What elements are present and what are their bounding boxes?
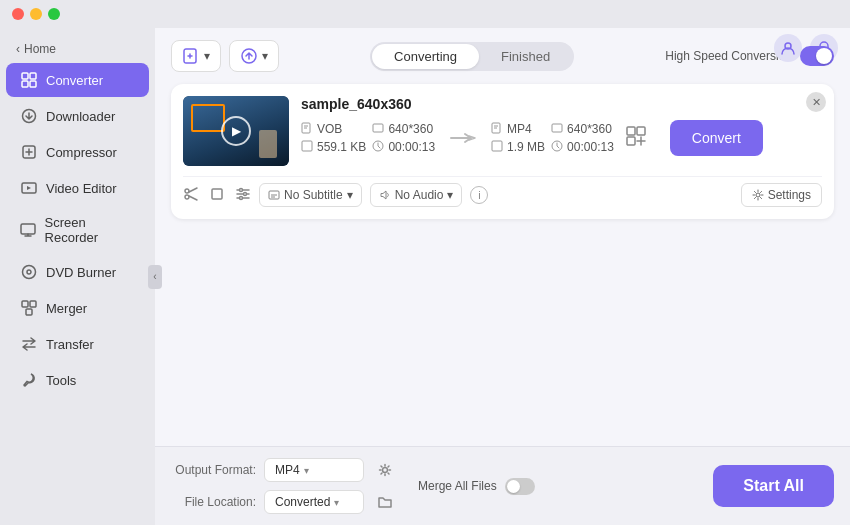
- convert-options-button[interactable]: ▾: [229, 40, 279, 72]
- sidebar-item-label-dvd-burner: DVD Burner: [46, 265, 116, 280]
- target-format-row: MP4: [491, 122, 545, 136]
- sidebar-item-transfer[interactable]: Transfer: [6, 327, 149, 361]
- sidebar-item-converter[interactable]: Converter: [6, 63, 149, 97]
- convert-dropdown-arrow: ▾: [262, 49, 268, 63]
- merge-all-label: Merge All Files: [418, 479, 497, 493]
- converter-icon: [20, 71, 38, 89]
- adjust-icon[interactable]: [235, 186, 251, 205]
- sidebar-collapse-button[interactable]: ‹: [148, 265, 162, 289]
- scissors-icon[interactable]: [183, 186, 199, 205]
- file-location-folder-icon[interactable]: [372, 489, 398, 515]
- bottom-bar: Output Format: MP4 ▾ File Location:: [155, 446, 850, 525]
- subtitle-icon: [268, 189, 280, 201]
- target-format-value: MP4: [507, 122, 532, 136]
- svg-rect-25: [637, 127, 645, 135]
- subtitle-arrow: ▾: [347, 188, 353, 202]
- svg-rect-18: [373, 124, 383, 132]
- merge-all-toggle[interactable]: [505, 478, 535, 495]
- top-bar: ▾ ▾ Converting Finished High Speed Con: [171, 40, 834, 72]
- sidebar-item-dvd-burner[interactable]: DVD Burner: [6, 255, 149, 289]
- target-size-icon: [491, 140, 503, 154]
- source-duration-icon: [372, 140, 384, 154]
- sidebar-item-merger[interactable]: Merger: [6, 291, 149, 325]
- sidebar: ‹ Home Converter Dow: [0, 28, 155, 525]
- convert-button[interactable]: Convert: [670, 120, 763, 156]
- home-label: Home: [24, 42, 56, 56]
- target-duration-row: 00:00:13: [551, 140, 614, 154]
- output-format-field: Output Format: MP4 ▾: [171, 457, 398, 483]
- play-button-overlay[interactable]: ▶: [221, 116, 251, 146]
- top-bar-left: ▾ ▾: [171, 40, 279, 72]
- subtitle-select[interactable]: No Subtitle ▾: [259, 183, 362, 207]
- file-card: ✕ ▶ sample_640x360: [171, 84, 834, 219]
- sidebar-item-compressor[interactable]: Compressor: [6, 135, 149, 169]
- file-thumbnail[interactable]: ▶: [183, 96, 289, 166]
- svg-rect-29: [212, 189, 222, 199]
- target-resolution-value: 640*360: [567, 122, 612, 136]
- crop-icon[interactable]: [209, 186, 225, 205]
- svg-rect-21: [492, 141, 502, 151]
- subtitle-value: No Subtitle: [284, 188, 343, 202]
- target-resolution-icon: [551, 122, 563, 136]
- sidebar-item-label-compressor: Compressor: [46, 145, 117, 160]
- sidebar-item-downloader[interactable]: Downloader: [6, 99, 149, 133]
- svg-rect-1: [30, 73, 36, 79]
- tools-icon: [20, 371, 38, 389]
- close-dot[interactable]: [12, 8, 24, 20]
- output-format-arrow: ▾: [304, 465, 309, 476]
- audio-select[interactable]: No Audio ▾: [370, 183, 463, 207]
- sidebar-item-video-editor[interactable]: Video Editor: [6, 171, 149, 205]
- svg-point-8: [23, 266, 36, 279]
- user-icon-button[interactable]: [774, 34, 802, 62]
- file-location-label: File Location:: [171, 495, 256, 509]
- file-location-arrow: ▾: [334, 497, 339, 508]
- high-speed-label: High Speed Conversion: [665, 49, 792, 63]
- file-location-value: Converted: [275, 495, 330, 509]
- sidebar-item-label-screen-recorder: Screen Recorder: [45, 215, 135, 245]
- merger-icon: [20, 299, 38, 317]
- file-location-select[interactable]: Converted ▾: [264, 490, 364, 514]
- info-icon[interactable]: i: [470, 186, 488, 204]
- output-settings-icon[interactable]: [624, 124, 648, 148]
- tab-finished[interactable]: Finished: [479, 44, 572, 69]
- sidebar-item-label-tools: Tools: [46, 373, 76, 388]
- source-meta: VOB 559.1 KB: [301, 122, 366, 154]
- screen-recorder-icon: [20, 221, 37, 239]
- merge-all-section: Merge All Files: [418, 478, 535, 495]
- sidebar-item-screen-recorder[interactable]: Screen Recorder: [6, 207, 149, 253]
- home-link[interactable]: ‹ Home: [0, 36, 155, 62]
- target-resolution-row: 640*360: [551, 122, 614, 136]
- add-file-button[interactable]: ▾: [171, 40, 221, 72]
- target-meta: MP4 1.9 MB: [491, 122, 545, 154]
- output-format-select[interactable]: MP4 ▾: [264, 458, 364, 482]
- convert-options-icon: [240, 47, 258, 65]
- source-duration-row: 00:00:13: [372, 140, 435, 154]
- target-duration-value: 00:00:13: [567, 140, 614, 154]
- trim-icons: [183, 186, 251, 205]
- start-all-button[interactable]: Start All: [713, 465, 834, 507]
- target-meta-2: 640*360 00:00:13: [551, 122, 614, 154]
- source-resolution-icon: [372, 122, 384, 136]
- svg-point-31: [244, 192, 247, 195]
- add-file-icon: [182, 47, 200, 65]
- svg-point-35: [383, 468, 388, 473]
- file-card-close-button[interactable]: ✕: [806, 92, 826, 112]
- sidebar-item-tools[interactable]: Tools: [6, 363, 149, 397]
- tab-converting[interactable]: Converting: [372, 44, 479, 69]
- transfer-icon: [20, 335, 38, 353]
- settings-gear-icon: [752, 189, 764, 201]
- compressor-icon: [20, 143, 38, 161]
- svg-rect-2: [22, 81, 28, 87]
- minimize-dot[interactable]: [30, 8, 42, 20]
- maximize-dot[interactable]: [48, 8, 60, 20]
- output-format-gear-icon[interactable]: [372, 457, 398, 483]
- output-format-row: Output Format: MP4 ▾ File Location:: [171, 457, 398, 515]
- settings-button[interactable]: Settings: [741, 183, 822, 207]
- conversion-arrow: [449, 131, 477, 145]
- source-duration-value: 00:00:13: [388, 140, 435, 154]
- file-card-bottom: No Subtitle ▾ No Audio ▾ i: [183, 176, 822, 207]
- high-speed-toggle[interactable]: [800, 46, 834, 66]
- svg-rect-22: [552, 124, 562, 132]
- tab-switcher: Converting Finished: [370, 42, 574, 71]
- source-size-icon: [301, 140, 313, 154]
